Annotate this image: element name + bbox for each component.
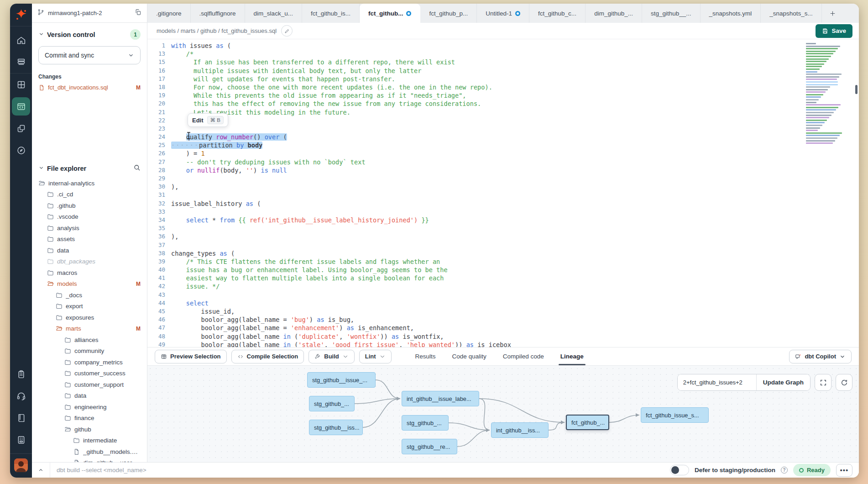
tree-item-company_metrics[interactable]: company_metrics [32,357,147,368]
tab-fct_github_c...[interactable]: fct_github_c... [529,4,586,23]
tree-item-assets[interactable]: assets [32,234,147,245]
lineage-node-int_github__iss[interactable]: int_github__iss... [491,422,549,438]
tab-fct_github...[interactable]: fct_github... [360,4,421,23]
tree-item-dbt_packages[interactable]: dbt_packages [32,256,147,268]
help-icon[interactable]: ? [781,467,788,473]
code-line-48[interactable]: 48 boolor_agg(label_name in ('duplicate'… [147,332,859,341]
build-button[interactable]: Build [309,350,355,363]
tree-item-customer_support[interactable]: customer_support [32,379,147,390]
code-line-49[interactable]: 49 boolor_agg(label_name in ('stale', 'g… [147,341,859,347]
copy-branch-icon[interactable] [135,9,141,17]
refresh-icon[interactable] [836,374,852,391]
keyboard-icon[interactable] [12,431,30,449]
changed-file-row[interactable]: fct_dbt_invocations.sql M [38,84,141,91]
grid-icon[interactable] [12,75,30,94]
tab-fct_github_p...[interactable]: fct_github_p... [420,4,477,23]
code-line-33[interactable]: 33 [147,208,859,216]
panel-tab-results[interactable]: Results [415,347,436,365]
code-line-17[interactable]: 17 will get updates for events that happ… [147,75,859,83]
code-window-icon[interactable] [12,97,30,116]
panel-tab-compiled-code[interactable]: Compiled code [503,347,544,365]
edit-file-icon[interactable] [281,25,293,37]
code-line-35[interactable]: 35 [147,224,859,232]
code-line-13[interactable]: 13 /* [147,50,859,58]
tree-item-dim_github__users.sql[interactable]: dim_github__users.sql [32,458,147,463]
search-icon[interactable] [133,164,141,173]
book-icon[interactable] [12,409,30,427]
tree-item-intermediate[interactable]: intermediate [32,435,147,447]
tree-item-exposures[interactable]: exposures [32,312,147,323]
update-graph-button[interactable]: Update Graph [756,374,810,390]
lineage-node-stg_github__iss[interactable]: stg_github__iss... [309,420,363,435]
tab-_snapshots_s...[interactable]: _snapshots_s... [761,4,822,23]
defer-toggle[interactable] [670,465,689,475]
code-line-43[interactable]: 43 [147,291,859,299]
code-line-1[interactable]: 1with issues as ( [147,42,859,50]
home-icon[interactable] [12,31,30,49]
tree-item-export[interactable]: export [32,301,147,312]
panel-tab-lineage[interactable]: Lineage [560,347,584,365]
edit-tooltip[interactable]: Edit ⌘ B [188,113,228,127]
tab-.sqlfluffignore[interactable]: .sqlfluffignore [191,4,245,23]
tree-item-macros[interactable]: macros [32,267,147,279]
lineage-node-stg_github_[interactable]: stg_github_... [402,415,449,431]
code-line-32[interactable]: 32issue_label_history as ( [147,200,859,208]
code-line-47[interactable]: 47 boolor_agg(label_name = 'enhancement'… [147,324,859,332]
headset-icon[interactable] [12,387,30,405]
tree-item-.vscode[interactable]: .vscode [32,211,147,223]
code-line-30[interactable]: 30), [147,183,859,191]
lineage-node-fct_github_[interactable]: fct_github_... [566,415,609,430]
tab-fct_github_is...[interactable]: fct_github_is... [302,4,360,23]
code-line-18[interactable]: 18 For now, choose the one with more rec… [147,83,859,91]
code-line-39[interactable]: 39 /* This CTE flattens the different is… [147,258,859,266]
code-line-42[interactable]: 42 issue. */ [147,282,859,290]
tree-item-community[interactable]: community [32,346,147,357]
command-input[interactable]: dbt build --select <model_name> [57,467,670,473]
tree-item-alliances[interactable]: alliances [32,334,147,346]
code-line-20[interactable]: 20 this has the effect of removing the n… [147,100,859,108]
tab-stg_github__...[interactable]: stg_github__... [642,4,701,23]
code-line-29[interactable]: 29 [147,174,859,183]
expand-command-bar-button[interactable] [32,463,50,478]
code-line-40[interactable]: 40 issue has a bug or enhancement label.… [147,266,859,274]
compass-icon[interactable] [12,141,30,159]
code-line-16[interactable]: 16 multiple issues with identical body t… [147,67,859,75]
tree-item-data[interactable]: data [32,390,147,402]
tab-Untitled-1[interactable]: Untitled-1 [477,4,529,23]
tab-.gitignore[interactable]: .gitignore [147,4,191,23]
code-line-44[interactable]: 44 select [147,299,859,307]
code-line-15[interactable]: 15 If an issue has been transferred to a… [147,58,859,66]
code-line-25[interactable]: 25······partition by body [147,141,859,149]
tree-item-_docs[interactable]: _docs [32,289,147,301]
code-line-37[interactable]: 37 [147,241,859,249]
windows-icon[interactable] [12,119,30,137]
layers-icon[interactable] [12,53,30,71]
lineage-node-stg_github__re[interactable]: stg_github__re... [402,439,457,454]
preview-selection-button[interactable]: Preview Selection [155,350,227,363]
chevron-down-icon[interactable] [38,164,44,173]
lineage-selector-input[interactable] [678,374,756,390]
code-line-38[interactable]: 38change_types as ( [147,249,859,258]
chevron-down-icon[interactable] [38,31,44,39]
tree-item-.github[interactable]: .github [32,200,147,211]
more-options-button[interactable]: ••• [836,464,852,477]
code-line-24[interactable]: 24 qualify row_number() over ( [147,133,859,141]
code-line-22[interactable]: 22 [147,116,859,125]
code-editor[interactable]: 1with issues as (13 /*15 If an issue has… [147,39,859,347]
code-line-26[interactable]: 26 ) = 1 [147,149,859,158]
lineage-node-stg_github_[interactable]: stg_github_... [309,396,355,411]
code-line-28[interactable]: 28 or nullif(body, '') is null [147,166,859,174]
lineage-node-fct_github_issue_s[interactable]: fct_github_issue_s... [641,407,709,423]
tab-dim_github_...[interactable]: dim_github_... [586,4,642,23]
lineage-node-stg_github__issue_[interactable]: stg_github__issue_... [307,372,376,388]
lineage-node-int_github__issue_labe[interactable]: int_github__issue_labe... [402,391,479,406]
tree-item-github[interactable]: github [32,424,147,435]
code-line-46[interactable]: 46 boolor_agg(label_name = 'bug') as is_… [147,316,859,324]
code-line-27[interactable]: 27 -- don't try deduping issues with no … [147,158,859,166]
code-line-36[interactable]: 36), [147,232,859,241]
tree-item-.ci_cd[interactable]: .ci_cd [32,189,147,200]
code-line-19[interactable]: 19 While this prevents the old issue fro… [147,91,859,100]
save-button[interactable]: Save [816,24,852,38]
tree-item-finance[interactable]: finance [32,413,147,424]
fullscreen-icon[interactable] [815,374,831,391]
